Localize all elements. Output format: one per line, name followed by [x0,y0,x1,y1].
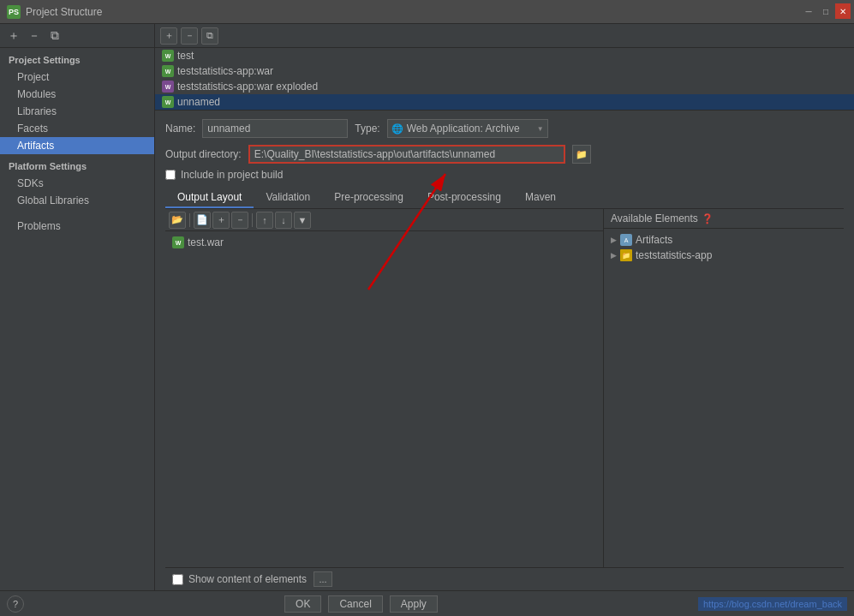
browse-dir-button[interactable]: 📁 [572,145,591,164]
artifact-name: teststatistics-app:war exploded [177,81,318,93]
facets-label: Facets [17,123,48,135]
tree-item-teststatistics[interactable]: ▶ 📁 teststatistics-app [607,248,840,263]
list-item[interactable]: W test [155,48,854,63]
artifact-name: unnamed [177,96,220,108]
tab-post-processing[interactable]: Post-processing [415,188,513,208]
include-build-checkbox[interactable] [165,170,176,180]
list-item[interactable]: W teststatistics-app:war [155,63,854,79]
add-file-button[interactable]: 📄 [194,212,211,229]
status-bar: ? OK Cancel Apply https://blog.csdn.net/… [0,590,854,616]
global-libraries-label: Global Libraries [17,194,89,206]
tab-maven[interactable]: Maven [513,188,568,208]
window-controls: ─ □ ✕ [801,3,851,19]
help-icon: ❓ [702,213,714,224]
name-type-row: Name: Type: 🌐 Web Application: Archive W… [165,119,844,138]
maximize-button[interactable]: □ [818,3,833,19]
problems-label: Problems [17,220,61,232]
modules-label: Modules [17,88,56,100]
sidebar-item-facets[interactable]: Facets [0,120,154,137]
tab-pre-processing[interactable]: Pre-processing [322,188,415,208]
separator2 [252,213,253,227]
remove-item-button[interactable]: － [231,212,248,229]
list-item-unnamed[interactable]: W unnamed [155,94,854,110]
list-item[interactable]: W teststatistics-app:war exploded [155,79,854,94]
war-icon: W [162,50,174,62]
include-build-row: Include in project build [165,169,844,181]
available-elements-panel: Available Elements ❓ ▶ A Artifacts ▶ 📁 t… [604,209,844,567]
tree-item-artifacts[interactable]: ▶ A Artifacts [607,232,840,248]
type-select[interactable]: Web Application: Archive Web Application… [403,120,547,137]
output-content: W test.war [165,231,603,567]
globe-icon: 🌐 [391,123,403,135]
add-artifact-button[interactable]: ＋ [5,27,22,45]
sidebar-item-project[interactable]: Project [0,69,154,86]
available-elements-title: Available Elements [611,212,698,224]
cancel-button[interactable]: Cancel [328,595,382,613]
output-item[interactable]: W test.war [169,235,600,250]
artifacts-label: Artifacts [17,140,54,152]
libraries-label: Libraries [17,105,57,117]
copy-artifact-button[interactable]: ⧉ [46,27,63,45]
move-down-button[interactable]: ↓ [275,212,292,229]
sidebar-item-global-libraries[interactable]: Global Libraries [0,192,154,209]
output-dir-row: Output directory: 📁 [165,145,844,164]
title-bar: PS Project Structure ─ □ ✕ [0,0,854,24]
sidebar-item-artifacts[interactable]: Artifacts [0,137,154,154]
bottom-area: Show content of elements ... [165,567,844,590]
status-link[interactable]: https://blog.csdn.net/dream_back [698,597,847,611]
ok-button[interactable]: OK [284,595,321,613]
project-settings-header: Project Settings [0,48,154,69]
output-toolbar: 📂 📄 ＋ － ↑ ↓ ▼ [165,209,603,231]
close-button[interactable]: ✕ [835,3,851,19]
artifact-icon: A [620,234,632,246]
output-left: 📂 📄 ＋ － ↑ ↓ ▼ W test.war [165,209,604,567]
sort-button[interactable]: ▼ [294,212,311,229]
add-item-button[interactable]: ＋ [212,212,230,229]
sidebar-item-problems[interactable]: Problems [0,218,154,235]
artifact-name: test [177,50,194,62]
tab-validation[interactable]: Validation [254,188,322,208]
apply-button[interactable]: Apply [390,595,438,613]
settings-area: Name: Type: 🌐 Web Application: Archive W… [155,111,854,590]
show-content-label[interactable]: Show content of elements [188,573,307,585]
show-content-row: Show content of elements [172,573,307,585]
copy-btn[interactable]: ⧉ [201,27,218,45]
open-folder-button[interactable]: 📂 [169,212,186,229]
type-select-wrapper: 🌐 Web Application: Archive Web Applicati… [387,119,548,138]
folder-icon: 📁 [620,249,632,261]
sidebar-item-libraries[interactable]: Libraries [0,103,154,120]
expand-icon: ▶ [611,236,617,244]
remove-artifact-button[interactable]: － [26,27,43,45]
sidebar-item-modules[interactable]: Modules [0,86,154,103]
war-icon: W [162,65,174,77]
output-item-label: test.war [188,236,224,248]
expand-icon: ▶ [611,251,617,260]
include-build-label[interactable]: Include in project build [181,169,283,181]
sidebar-toolbar: ＋ － ⧉ [0,24,154,48]
tabs-row: Output Layout Validation Pre-processing … [165,188,844,209]
window-title: Project Structure [26,6,102,18]
add-btn[interactable]: ＋ [160,27,177,45]
war-exploded-icon: W [162,81,174,93]
artifact-list-toolbar: ＋ － ⧉ [155,24,854,48]
move-up-button[interactable]: ↑ [256,212,273,229]
app-icon: PS [7,5,21,19]
main-layout: ＋ － ⧉ Project Settings Project Modules L… [0,24,854,590]
platform-settings-header: Platform Settings [0,154,154,175]
show-content-checkbox[interactable] [172,574,183,585]
sdks-label: SDKs [17,177,44,189]
sidebar-item-sdks[interactable]: SDKs [0,175,154,192]
minimize-button[interactable]: ─ [801,3,816,19]
tree-item-label: teststatistics-app [636,249,712,261]
output-dir-input[interactable] [248,145,565,164]
remove-btn[interactable]: － [181,27,198,45]
right-panel: ＋ － ⧉ W test W teststatistics-app:war W … [155,24,854,590]
content-split: 📂 📄 ＋ － ↑ ↓ ▼ W test.war [165,209,844,567]
name-input[interactable] [202,119,348,138]
output-dir-label: Output directory: [165,148,242,160]
dotdot-button[interactable]: ... [314,571,332,587]
available-content: ▶ A Artifacts ▶ 📁 teststatistics-app [604,229,844,567]
separator [189,213,190,227]
tab-output-layout[interactable]: Output Layout [165,188,254,208]
help-button[interactable]: ? [7,595,24,613]
